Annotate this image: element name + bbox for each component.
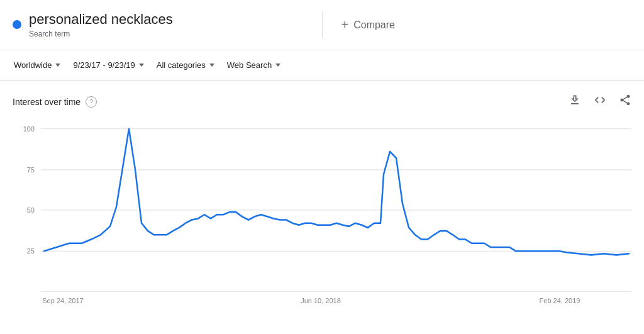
region-filter[interactable]: Worldwide xyxy=(13,58,62,72)
download-button[interactable] xyxy=(569,94,581,109)
trend-chart-svg: 100 75 50 25 Sep 24, 2017 Jun 10, 2018 F… xyxy=(13,116,631,304)
date-range-label: 9/23/17 - 9/23/19 xyxy=(73,60,135,70)
share-button[interactable] xyxy=(619,94,631,109)
compare-label: Compare xyxy=(353,19,395,31)
header: personalized necklaces Search term + Com… xyxy=(0,0,644,50)
chart-actions xyxy=(569,94,631,109)
help-icon[interactable]: ? xyxy=(86,96,97,108)
search-term-dot xyxy=(13,20,21,29)
search-term-text: personalized necklaces Search term xyxy=(29,11,173,38)
share-icon xyxy=(619,94,631,106)
svg-text:25: 25 xyxy=(27,247,35,255)
compare-plus-icon: + xyxy=(341,18,349,32)
chart-container: 100 75 50 25 Sep 24, 2017 Jun 10, 2018 F… xyxy=(13,116,631,304)
categories-dropdown-arrow xyxy=(209,64,214,67)
compare-button[interactable]: + Compare xyxy=(341,18,396,32)
region-label: Worldwide xyxy=(14,60,52,70)
search-term-subtitle: Search term xyxy=(29,30,173,38)
chart-title-group: Interest over time ? xyxy=(13,96,97,108)
svg-text:Feb 24, 2019: Feb 24, 2019 xyxy=(540,297,580,304)
svg-text:75: 75 xyxy=(27,166,35,174)
categories-label: All categories xyxy=(157,60,206,70)
search-type-filter[interactable]: Web Search xyxy=(226,58,282,72)
search-term-section: personalized necklaces Search term xyxy=(13,11,323,38)
search-type-dropdown-arrow xyxy=(275,64,280,67)
chart-section: Interest over time ? xyxy=(0,81,644,311)
search-type-label: Web Search xyxy=(227,60,272,70)
embed-button[interactable] xyxy=(594,94,606,109)
chart-header: Interest over time ? xyxy=(13,94,631,109)
region-dropdown-arrow xyxy=(55,64,60,67)
svg-text:Sep 24, 2017: Sep 24, 2017 xyxy=(42,297,83,304)
date-range-filter[interactable]: 9/23/17 - 9/23/19 xyxy=(72,58,145,72)
download-icon xyxy=(569,94,581,106)
svg-text:100: 100 xyxy=(23,125,35,133)
svg-text:Jun 10, 2018: Jun 10, 2018 xyxy=(301,297,341,304)
categories-filter[interactable]: All categories xyxy=(155,58,216,72)
embed-icon xyxy=(594,94,606,106)
filters-bar: Worldwide 9/23/17 - 9/23/19 All categori… xyxy=(0,50,644,81)
trend-line xyxy=(44,129,629,255)
svg-text:50: 50 xyxy=(27,206,35,214)
search-term-title: personalized necklaces xyxy=(29,11,173,28)
help-icon-label: ? xyxy=(89,98,93,106)
chart-title: Interest over time xyxy=(13,97,80,107)
date-dropdown-arrow xyxy=(139,64,144,67)
compare-section: + Compare xyxy=(323,18,632,32)
